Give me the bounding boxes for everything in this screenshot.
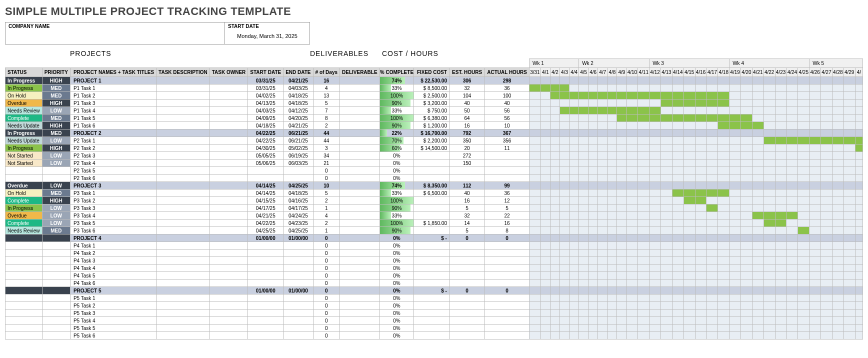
- end-date-cell[interactable]: 04/18/25: [284, 100, 313, 107]
- priority-cell[interactable]: [42, 324, 70, 332]
- actual-hours-cell[interactable]: 56: [485, 107, 530, 114]
- status-cell[interactable]: In Progress: [6, 77, 42, 84]
- status-cell[interactable]: Overdue: [6, 100, 42, 107]
- start-date-cell[interactable]: [248, 264, 284, 272]
- start-date-cell[interactable]: [248, 294, 284, 302]
- status-cell[interactable]: On Hold: [6, 92, 42, 100]
- desc-cell[interactable]: [156, 272, 210, 280]
- cost-cell[interactable]: [414, 332, 450, 340]
- status-cell[interactable]: [6, 174, 42, 182]
- name-cell[interactable]: P3 Task 5: [70, 220, 156, 227]
- owner-cell[interactable]: [210, 287, 248, 294]
- status-cell[interactable]: [6, 250, 42, 257]
- priority-cell[interactable]: [42, 294, 70, 302]
- deliverable-cell[interactable]: [340, 257, 380, 264]
- actual-hours-cell[interactable]: [485, 280, 530, 287]
- owner-cell[interactable]: [210, 152, 248, 160]
- start-date-cell[interactable]: [248, 324, 284, 332]
- pct-cell[interactable]: 0%: [380, 167, 414, 174]
- actual-hours-cell[interactable]: 12: [485, 197, 530, 204]
- name-cell[interactable]: P2 Task 6: [70, 174, 156, 182]
- start-date-cell[interactable]: 04/14/25: [248, 190, 284, 197]
- pct-cell[interactable]: 100%: [380, 220, 414, 227]
- desc-cell[interactable]: [156, 204, 210, 212]
- est-hours-cell[interactable]: [449, 250, 484, 257]
- end-date-cell[interactable]: 04/24/25: [284, 212, 313, 220]
- pct-cell[interactable]: 0%: [380, 294, 414, 302]
- owner-cell[interactable]: [210, 167, 248, 174]
- start-date-cell[interactable]: 04/22/25: [248, 220, 284, 227]
- days-cell[interactable]: 10: [313, 182, 340, 190]
- deliverable-cell[interactable]: [340, 204, 380, 212]
- desc-cell[interactable]: [156, 302, 210, 310]
- deliverable-cell[interactable]: [340, 317, 380, 324]
- end-date-cell[interactable]: [284, 294, 313, 302]
- cost-cell[interactable]: $ 2,500.00: [414, 92, 450, 100]
- start-date-cell[interactable]: 04/09/25: [248, 114, 284, 122]
- deliverable-cell[interactable]: [340, 227, 380, 234]
- deliverable-cell[interactable]: [340, 182, 380, 190]
- pct-cell[interactable]: 74%: [380, 182, 414, 190]
- pct-cell[interactable]: 0%: [380, 160, 414, 167]
- end-date-cell[interactable]: 04/18/25: [284, 92, 313, 100]
- desc-cell[interactable]: [156, 287, 210, 294]
- status-cell[interactable]: [6, 332, 42, 340]
- cost-cell[interactable]: $ -: [414, 287, 450, 294]
- days-cell[interactable]: 0: [313, 272, 340, 280]
- start-date-cell[interactable]: 01/00/00: [248, 287, 284, 294]
- est-hours-cell[interactable]: 40: [449, 100, 484, 107]
- owner-cell[interactable]: [210, 280, 248, 287]
- owner-cell[interactable]: [210, 242, 248, 250]
- days-cell[interactable]: 8: [313, 114, 340, 122]
- est-hours-cell[interactable]: 0: [449, 234, 484, 242]
- owner-cell[interactable]: [210, 324, 248, 332]
- status-cell[interactable]: On Hold: [6, 190, 42, 197]
- actual-hours-cell[interactable]: [485, 272, 530, 280]
- name-cell[interactable]: P3 Task 6: [70, 227, 156, 234]
- owner-cell[interactable]: [210, 310, 248, 317]
- est-hours-cell[interactable]: 350: [449, 137, 484, 144]
- start-date-cell[interactable]: 04/03/25: [248, 107, 284, 114]
- pct-cell[interactable]: 100%: [380, 197, 414, 204]
- owner-cell[interactable]: [210, 250, 248, 257]
- start-date-cell[interactable]: 04/22/25: [248, 130, 284, 137]
- deliverable-cell[interactable]: [340, 250, 380, 257]
- name-cell[interactable]: P4 Task 6: [70, 280, 156, 287]
- actual-hours-cell[interactable]: 36: [485, 190, 530, 197]
- days-cell[interactable]: 0: [313, 310, 340, 317]
- days-cell[interactable]: 0: [313, 332, 340, 340]
- actual-hours-cell[interactable]: 16: [485, 220, 530, 227]
- start-date-cell[interactable]: [248, 167, 284, 174]
- desc-cell[interactable]: [156, 100, 210, 107]
- end-date-cell[interactable]: [284, 302, 313, 310]
- start-date-cell[interactable]: [248, 302, 284, 310]
- days-cell[interactable]: 21: [313, 160, 340, 167]
- status-cell[interactable]: [6, 294, 42, 302]
- name-cell[interactable]: P1 Task 5: [70, 114, 156, 122]
- company-name-input[interactable]: [6, 30, 224, 44]
- priority-cell[interactable]: MED: [42, 130, 70, 137]
- name-cell[interactable]: P5 Task 5: [70, 324, 156, 332]
- actual-hours-cell[interactable]: [485, 332, 530, 340]
- deliverable-cell[interactable]: [340, 152, 380, 160]
- name-cell[interactable]: P3 Task 4: [70, 212, 156, 220]
- pct-cell[interactable]: 0%: [380, 250, 414, 257]
- actual-hours-cell[interactable]: [485, 160, 530, 167]
- start-date-cell[interactable]: 04/21/25: [248, 212, 284, 220]
- est-hours-cell[interactable]: 16: [449, 122, 484, 130]
- deliverable-cell[interactable]: [340, 242, 380, 250]
- name-cell[interactable]: P3 Task 1: [70, 190, 156, 197]
- actual-hours-cell[interactable]: [485, 167, 530, 174]
- name-cell[interactable]: P3 Task 2: [70, 197, 156, 204]
- priority-cell[interactable]: LOW: [42, 160, 70, 167]
- desc-cell[interactable]: [156, 280, 210, 287]
- est-hours-cell[interactable]: 14: [449, 220, 484, 227]
- desc-cell[interactable]: [156, 174, 210, 182]
- owner-cell[interactable]: [210, 317, 248, 324]
- est-hours-cell[interactable]: 32: [449, 212, 484, 220]
- deliverable-cell[interactable]: [340, 137, 380, 144]
- end-date-cell[interactable]: [284, 174, 313, 182]
- days-cell[interactable]: 0: [313, 302, 340, 310]
- deliverable-cell[interactable]: [340, 107, 380, 114]
- days-cell[interactable]: 0: [313, 257, 340, 264]
